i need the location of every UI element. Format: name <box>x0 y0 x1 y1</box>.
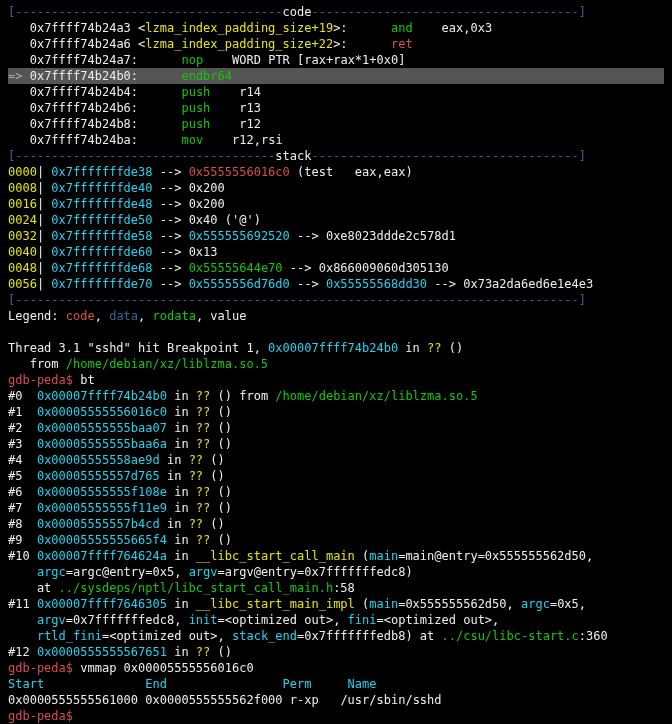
bt-frame-11c: rtld_fini=<optimized out>, stack_end=0x7… <box>8 628 664 644</box>
stack-line: 0040| 0x7fffffffde60 --> 0x13 <box>8 244 664 260</box>
bt-frame: #6 0x00005555555f108e in ?? () <box>8 484 664 500</box>
breakpoint-from: from /home/debian/xz/liblzma.so.5 <box>8 356 664 372</box>
bt-frame: #9 0x00005555555665f4 in ?? () <box>8 532 664 548</box>
stack-line: 0024| 0x7fffffffde50 --> 0x40 ('@') <box>8 212 664 228</box>
asm-line: 0x7ffff74b24b6: push r13 <box>8 100 664 116</box>
bt-frame: #7 0x00005555555f11e9 in ?? () <box>8 500 664 516</box>
stack-line: 0056| 0x7fffffffde70 --> 0x5555556d76d0 … <box>8 276 664 292</box>
legend: Legend: code, data, rodata, value <box>8 308 664 324</box>
bt-frame: #3 0x00005555555baa6a in ?? () <box>8 436 664 452</box>
bt-frame: #1 0x00005555556016c0 in ?? () <box>8 404 664 420</box>
asm-line: 0x7ffff74b24b4: push r14 <box>8 84 664 100</box>
breakpoint-line: Thread 3.1 "sshd" hit Breakpoint 1, 0x00… <box>8 340 664 356</box>
prompt-vmmap[interactable]: gdb-peda$ vmmap 0x00005555556016c0 <box>8 660 664 676</box>
asm-line: 0x7ffff74b24a6 <lzma_index_padding_size+… <box>8 36 664 52</box>
asm-line: => 0x7ffff74b24b0: endbr64 <box>8 68 664 84</box>
asm-line: 0x7ffff74b24a3 <lzma_index_padding_size+… <box>8 20 664 36</box>
vmmap-header: Start End Perm Name <box>8 676 664 692</box>
bt-frame-10c: at ../sysdeps/nptl/libc_start_call_main.… <box>8 580 664 596</box>
prompt-empty[interactable]: gdb-peda$ <box>8 708 664 724</box>
blank <box>8 324 664 340</box>
asm-line: 0x7ffff74b24a7: nop WORD PTR [rax+rax*1+… <box>8 52 664 68</box>
stack-line: 0048| 0x7fffffffde68 --> 0x55555644e70 -… <box>8 260 664 276</box>
bt-frame: #5 0x00005555557d765 in ?? () <box>8 468 664 484</box>
bt-frame-10: #10 0x00007ffff764624a in __libc_start_c… <box>8 548 664 564</box>
bt-frame: #0 0x00007ffff74b24b0 in ?? () from /hom… <box>8 388 664 404</box>
prompt-bt[interactable]: gdb-peda$ bt <box>8 372 664 388</box>
bt-frame-12: #12 0x0000555555567651 in ?? () <box>8 644 664 660</box>
backtrace-block: #0 0x00007ffff74b24b0 in ?? () from /hom… <box>8 388 664 548</box>
stack-section-header: [------------------------------------sta… <box>8 148 664 164</box>
disassembly-block: 0x7ffff74b24a3 <lzma_index_padding_size+… <box>8 20 664 148</box>
stack-line: 0016| 0x7fffffffde48 --> 0x200 <box>8 196 664 212</box>
asm-line: 0x7ffff74b24ba: mov r12,rsi <box>8 132 664 148</box>
bt-frame: #2 0x00005555555baa07 in ?? () <box>8 420 664 436</box>
code-section-header: [-------------------------------------co… <box>8 4 664 20</box>
stack-line: 0000| 0x7fffffffde38 --> 0x5555556016c0 … <box>8 164 664 180</box>
bt-frame-11: #11 0x00007ffff7646305 in __libc_start_m… <box>8 596 664 612</box>
bt-frame-10b: argc=argc@entry=0x5, argv=argv@entry=0x7… <box>8 564 664 580</box>
stack-line: 0008| 0x7fffffffde40 --> 0x200 <box>8 180 664 196</box>
stack-line: 0032| 0x7fffffffde58 --> 0x555555692520 … <box>8 228 664 244</box>
vmmap-row: 0x0000555555561000 0x0000555555562f000 r… <box>8 692 664 708</box>
bt-frame: #8 0x00005555557b4cd in ?? () <box>8 516 664 532</box>
bt-frame-11b: argv=0x7fffffffedc8, init=<optimized out… <box>8 612 664 628</box>
section-divider: [---------------------------------------… <box>8 292 664 308</box>
bt-frame: #4 0x00005555558ae9d in ?? () <box>8 452 664 468</box>
asm-line: 0x7ffff74b24b8: push r12 <box>8 116 664 132</box>
stack-block: 0000| 0x7fffffffde38 --> 0x5555556016c0 … <box>8 164 664 292</box>
